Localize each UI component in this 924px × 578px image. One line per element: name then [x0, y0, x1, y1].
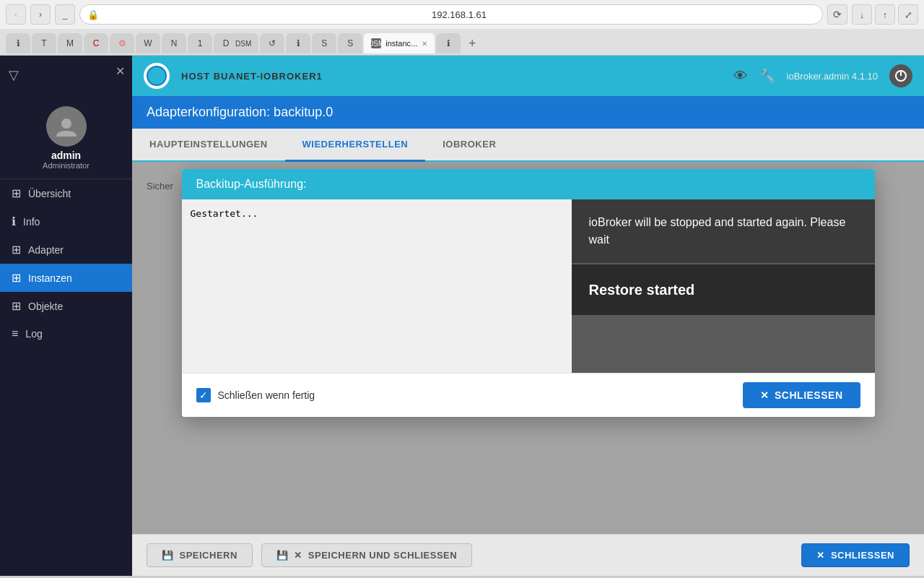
header-tools-icon[interactable]: 🔧 [759, 68, 775, 84]
app-header: HOST BUANET-IOBROKER1 👁 🔧 ioBroker.admin… [132, 56, 924, 96]
minimize-button[interactable]: _ [55, 4, 75, 25]
tab-t7[interactable]: N [162, 33, 186, 53]
browser-tabs: ℹ T M C ⚙ W N 1 D DSM ↺ ℹ [0, 29, 924, 55]
tab-t13[interactable]: S [338, 33, 362, 53]
modal-close-label: SCHLIESSEN [775, 389, 842, 401]
sidebar: ▽ ✕ admin Administrator ⊞ Übersicht ℹ [0, 56, 132, 576]
tab-label-wiederherstellen: WIEDERHERSTELLEN [302, 139, 409, 150]
tab-icon-t13: S [345, 38, 355, 48]
tab-label-t9: DSM [235, 40, 251, 48]
notification-box-1: ioBroker will be stopped and started aga… [572, 199, 875, 263]
sidebar-item-label-log: Log [25, 328, 42, 340]
modal-close-button[interactable]: ✕ SCHLIESSEN [743, 382, 860, 408]
tab-icon-t3: M [65, 38, 75, 48]
tab-icon-t5: ⚙ [117, 38, 127, 48]
adapter-icon: ⊞ [12, 243, 21, 256]
svg-point-2 [153, 72, 160, 79]
modal-title-bar: Backitup-Ausführung: [182, 169, 875, 199]
avatar-circle [46, 106, 87, 147]
svg-point-0 [61, 118, 71, 129]
save-close-label: SPEICHERN UND SCHLIESSEN [308, 550, 457, 561]
modal-overlay: Backitup-Ausführung: Gestartet... ioBrok… [132, 162, 924, 534]
tab-iobroker[interactable]: IOBROKER [425, 129, 513, 160]
close-label: SCHLIESSEN [831, 550, 894, 561]
modal-checkbox-area: ✓ Schließen wenn fertig [196, 388, 315, 402]
tab-t3[interactable]: M [58, 33, 82, 53]
address-bar[interactable]: 🔒 192.168.1.61 [79, 4, 823, 25]
tab-t11[interactable]: ℹ [286, 33, 310, 53]
reload-button[interactable]: ⟳ [827, 4, 847, 25]
tab-label-t14: instanc... [385, 39, 417, 48]
new-tab-button[interactable]: + [462, 33, 482, 53]
expand-button[interactable]: ⤢ [898, 4, 918, 25]
sidebar-item-info[interactable]: ℹ Info [0, 207, 132, 236]
save-and-close-button[interactable]: 💾 ✕ SPEICHERN UND SCHLIESSEN [261, 543, 472, 567]
sidebar-nav: ⊞ Übersicht ℹ Info ⊞ Adapter ⊞ Instanzen… [0, 179, 132, 576]
modal-footer: ✓ Schließen wenn fertig ✕ SCHLIESSEN [182, 373, 875, 417]
download-button[interactable]: ↓ [852, 4, 872, 25]
expand-icon: ⤢ [905, 9, 912, 20]
tab-t1[interactable]: ℹ [6, 33, 30, 53]
log-text: Gestartet... [191, 208, 563, 219]
tab-icon-t6: W [143, 38, 153, 48]
tab-t10[interactable]: ↺ [260, 33, 284, 53]
uebersicht-icon: ⊞ [12, 186, 21, 200]
tab-icon-t14: DSM [371, 38, 381, 48]
tab-icon-t7: N [169, 38, 179, 48]
tab-wiederherstellen[interactable]: WIEDERHERSTELLEN [285, 129, 426, 162]
tab-t4[interactable]: C [84, 33, 108, 53]
close-button[interactable]: ✕ SCHLIESSEN [801, 543, 910, 567]
tab-label-iobroker: IOBROKER [443, 139, 496, 150]
sidebar-menu-button[interactable]: ▽ [9, 67, 19, 83]
tab-t8[interactable]: 1 [188, 33, 212, 53]
adapter-config-title: Adapterkonfiguration: backitup.0 [147, 105, 333, 119]
sidebar-role: Administrator [0, 161, 132, 170]
header-power-button[interactable] [889, 64, 912, 87]
modal-dialog: Backitup-Ausführung: Gestartet... ioBrok… [182, 169, 875, 417]
sidebar-item-objekte[interactable]: ⊞ Objekte [0, 292, 132, 320]
modal-close-x-icon: ✕ [760, 389, 770, 401]
notification-box-2: Restore started [572, 264, 875, 315]
modal-checkbox[interactable]: ✓ [196, 388, 211, 402]
tab-t15[interactable]: ℹ [436, 33, 461, 53]
tab-icon-t9: D [221, 38, 231, 48]
sidebar-header: ▽ ✕ [0, 56, 132, 95]
tab-t6[interactable]: W [136, 33, 160, 53]
tab-t2[interactable]: T [32, 33, 56, 53]
save-button[interactable]: 💾 SPEICHERN [147, 543, 253, 567]
tab-close-t14[interactable]: ✕ [422, 40, 427, 48]
log-icon: ≡ [12, 327, 18, 340]
avatar [46, 106, 87, 147]
tab-haupteinstellungen[interactable]: HAUPTEINSTELLUNGEN [132, 129, 285, 160]
sidebar-item-adapter[interactable]: ⊞ Adapter [0, 236, 132, 264]
back-button[interactable]: ‹ [6, 4, 26, 25]
url-text: 192.168.1.61 [103, 9, 815, 20]
sidebar-close-button[interactable]: ✕ [116, 64, 125, 78]
notification-text-1: ioBroker will be stopped and started aga… [589, 216, 846, 246]
forward-button[interactable]: › [30, 4, 51, 25]
sidebar-item-instanzen[interactable]: ⊞ Instanzen [0, 264, 132, 292]
sidebar-item-log[interactable]: ≡ Log [0, 320, 132, 348]
tab-t5[interactable]: ⚙ [110, 33, 134, 53]
logo-inner [147, 66, 167, 86]
tab-icon-t15: ℹ [443, 38, 453, 48]
share-button[interactable]: ↑ [875, 4, 895, 25]
sidebar-item-uebersicht[interactable]: ⊞ Übersicht [0, 179, 132, 207]
checkmark-icon: ✓ [199, 389, 208, 401]
sidebar-username: admin [0, 150, 132, 161]
tab-icon-t10: ↺ [267, 38, 277, 48]
header-right: 👁 🔧 ioBroker.admin 4.1.10 [733, 64, 912, 87]
tab-icon-t11: ℹ [293, 38, 303, 48]
header-view-icon[interactable]: 👁 [733, 68, 748, 85]
save-close-x-icon: ✕ [294, 550, 302, 561]
tab-t12[interactable]: S [312, 33, 336, 53]
forward-icon: › [39, 9, 42, 20]
sidebar-item-label-uebersicht: Übersicht [28, 188, 71, 199]
save-icon: 💾 [162, 550, 174, 561]
back-icon: ‹ [14, 9, 17, 20]
share-icon: ↑ [883, 9, 888, 20]
notification-panel: ioBroker will be stopped and started aga… [572, 199, 875, 373]
tab-t14[interactable]: DSM instanc... ✕ [364, 33, 435, 53]
action-bar: 💾 SPEICHERN 💾 ✕ SPEICHERN UND SCHLIESSEN… [132, 534, 924, 576]
tab-t9[interactable]: D DSM [214, 33, 258, 53]
